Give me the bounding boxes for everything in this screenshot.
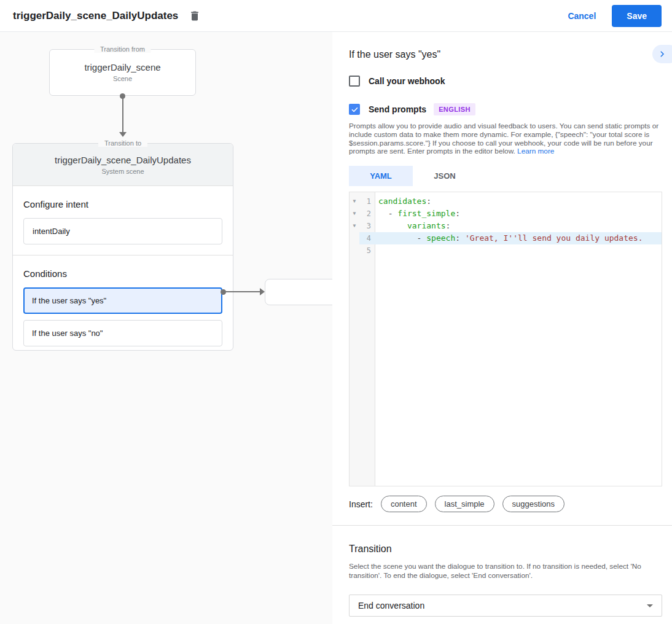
scene-node-body: Configure intent intentDaily Conditions …	[13, 199, 233, 346]
cancel-button[interactable]: Cancel	[568, 11, 596, 21]
editor-format-tabs: YAML JSON	[349, 166, 662, 186]
fold-spacer	[350, 232, 359, 244]
line-code[interactable]: variants:	[375, 220, 662, 232]
next-node-partial[interactable]	[265, 279, 332, 305]
line-number: 1	[359, 195, 375, 208]
condition-connector-dot	[221, 289, 226, 295]
line-number: 5	[359, 244, 375, 257]
chevron-right-icon	[658, 50, 666, 58]
panel-title: If the user says "yes"	[349, 49, 662, 60]
save-button[interactable]: Save	[612, 5, 662, 27]
code-line[interactable]: 4 - speech: 'Great, I''ll send you daily…	[350, 232, 662, 244]
insert-chip-suggestions[interactable]: suggestions	[502, 496, 565, 512]
transition-from-legend: Transition from	[94, 45, 151, 53]
delete-scene-button[interactable]	[189, 10, 201, 22]
insert-chip-content[interactable]: content	[381, 496, 427, 512]
collapse-panel-button[interactable]	[652, 45, 672, 63]
webhook-row: Call your webhook	[349, 76, 662, 87]
scene-node-header: triggerDaily_scene_DailyUpdates System s…	[13, 144, 233, 186]
condition-item-no[interactable]: If the user says "no"	[23, 320, 222, 346]
code-lines: ▼1candidates:▼2 - first_simple:▼3 varian…	[350, 192, 662, 257]
condition-connector-line	[225, 291, 260, 292]
fold-spacer	[350, 244, 359, 257]
scene-diagram-panel: Transition from triggerDaily_scene Scene…	[0, 32, 332, 624]
code-line[interactable]: ▼1candidates:	[350, 195, 662, 208]
transition-to-legend: Transition to	[98, 139, 147, 147]
line-code[interactable]	[375, 244, 662, 257]
node-divider	[13, 255, 233, 255]
fold-arrow-icon[interactable]: ▼	[350, 195, 359, 208]
call-webhook-label: Call your webhook	[369, 76, 445, 86]
trash-icon	[189, 10, 201, 22]
transition-from-node[interactable]: Transition from triggerDaily_scene Scene	[49, 49, 196, 96]
insert-row: Insert: contentlast_simplesuggestions	[349, 496, 662, 512]
prompt-code-editor[interactable]: ▼1candidates:▼2 - first_simple:▼3 varian…	[349, 192, 662, 486]
line-code[interactable]: - first_simple:	[375, 208, 662, 220]
learn-more-link[interactable]: Learn more	[517, 147, 554, 155]
transition-section-title: Transition	[349, 544, 662, 555]
intent-item[interactable]: intentDaily	[23, 218, 222, 244]
transition-select[interactable]: End conversation	[349, 595, 662, 617]
topbar-actions: Cancel Save	[568, 5, 662, 27]
line-number: 3	[359, 220, 375, 232]
page-title: triggerDaily_scene_DailyUpdates	[13, 10, 178, 22]
fold-arrow-icon[interactable]: ▼	[350, 208, 359, 220]
code-line[interactable]: ▼2 - first_simple:	[350, 208, 662, 220]
transition-description: Select the scene you want the dialogue t…	[349, 562, 659, 580]
tab-yaml[interactable]: YAML	[349, 166, 413, 186]
tab-json[interactable]: JSON	[413, 166, 477, 186]
checkmark-icon	[351, 106, 359, 114]
top-bar: triggerDaily_scene_DailyUpdates Cancel S…	[0, 0, 672, 32]
condition-detail-panel: If the user says "yes" Call your webhook…	[332, 32, 672, 624]
call-webhook-checkbox[interactable]	[349, 76, 360, 87]
insert-chip-last_simple[interactable]: last_simple	[435, 496, 494, 512]
line-code[interactable]: candidates:	[375, 195, 662, 208]
to-scene-title: triggerDaily_scene_DailyUpdates	[13, 155, 233, 165]
prompts-description-text: Prompts allow you to provide audio and v…	[349, 122, 658, 155]
from-scene-title: triggerDaily_scene	[50, 62, 195, 72]
insert-chips: contentlast_simplesuggestions	[381, 496, 565, 512]
conditions-label: Conditions	[23, 268, 222, 279]
to-scene-subtitle: System scene	[13, 168, 233, 175]
line-code[interactable]: - speech: 'Great, I''ll send you daily u…	[375, 232, 662, 244]
condition-connector-arrowhead	[260, 288, 265, 295]
line-number: 4	[359, 232, 375, 244]
transition-to-node[interactable]: Transition to triggerDaily_scene_DailyUp…	[12, 143, 233, 351]
fold-arrow-icon[interactable]: ▼	[350, 220, 359, 232]
code-line[interactable]: ▼3 variants:	[350, 220, 662, 232]
prompts-row: Send prompts ENGLISH	[349, 103, 662, 115]
language-badge: ENGLISH	[434, 103, 475, 115]
send-prompts-checkbox[interactable]	[349, 104, 360, 115]
configure-intent-label: Configure intent	[23, 199, 222, 209]
send-prompts-label: Send prompts	[369, 104, 426, 114]
panel-divider	[332, 525, 672, 526]
dropdown-caret-icon	[647, 604, 653, 607]
condition-item-yes[interactable]: If the user says "yes"	[23, 287, 222, 314]
connector-line	[122, 97, 123, 133]
from-scene-subtitle: Scene	[50, 75, 195, 82]
line-number: 2	[359, 208, 375, 220]
transition-select-value: End conversation	[358, 601, 424, 610]
prompts-description: Prompts allow you to provide audio and v…	[349, 122, 662, 156]
code-line[interactable]: 5	[350, 244, 662, 257]
insert-label: Insert:	[349, 499, 373, 509]
connector-arrowhead	[119, 132, 127, 137]
